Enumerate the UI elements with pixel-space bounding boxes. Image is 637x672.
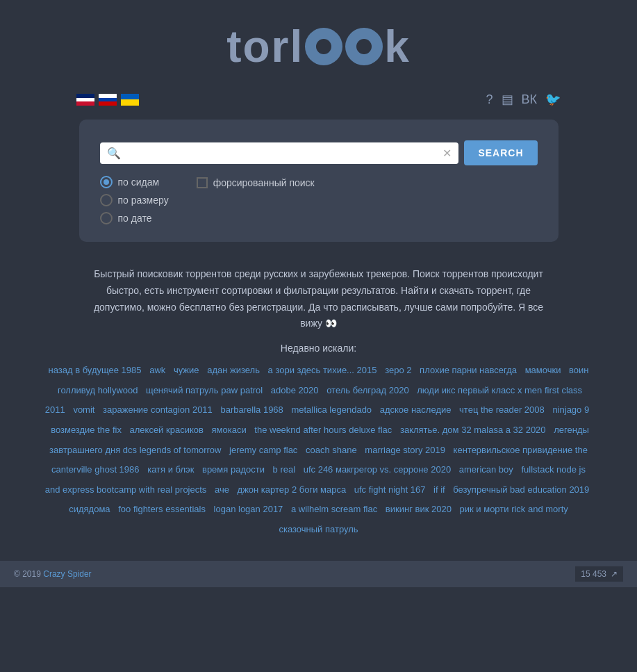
recent-link-item[interactable]: адан жизель [207,365,260,375]
recent-link-item[interactable]: голливуд hollywood [58,385,138,395]
flag-ua[interactable] [121,94,139,106]
flag-uk[interactable] [76,94,94,106]
radio-by-seeds[interactable]: по сидам [100,176,169,188]
recent-link-item[interactable]: заражение contagion 2011 [103,404,213,415]
flag-ru[interactable] [99,94,117,106]
recent-link-item[interactable]: а зори здесь тихие... 2015 [268,365,377,375]
recent-link-item[interactable]: время радости [202,464,265,475]
radio-size-circle [100,194,113,206]
recent-title: Недавно искали: [44,343,593,354]
recent-link-item[interactable]: the weeknd after hours deluxe flac [254,425,392,435]
recent-link-item[interactable]: щенячий патруль paw patrol [146,385,263,395]
menu-icon[interactable]: ▤ [502,92,513,107]
recent-link-item[interactable]: зеро 2 [385,365,411,375]
recent-link-item[interactable]: викинг вик 2020 [386,504,452,514]
radio-date-circle [100,212,113,224]
recent-link-item[interactable]: мамочки [525,365,561,375]
recent-link-item[interactable]: заклятье. дом 32 malasa a 32 2020 [400,425,546,435]
search-row: 🔍 ✕ SEARCH [100,140,538,165]
recent-link-item[interactable]: b real [273,464,296,475]
recent-link-item[interactable]: джон картер 2 боги марса [238,484,347,495]
search-button[interactable]: SEARCH [464,140,537,165]
search-input-wrap: 🔍 ✕ [100,142,459,164]
recent-link-item[interactable]: сидядома [69,504,110,514]
recent-links: назад в будущее 1985 awk чужие адан жизе… [44,361,593,539]
vk-icon[interactable]: ВК [522,92,538,107]
logo-eye-left [305,28,342,65]
recent-link-item[interactable]: jeremy camp flac [229,445,297,455]
recent-link-item[interactable]: coach shane [306,445,357,455]
recent-link-item[interactable]: ninjago 9 [552,404,589,415]
logo-text-before: torl [226,21,304,72]
recent-link-item[interactable]: чтец the reader 2008 [459,404,545,415]
sort-radio-group: по сидам по размеру по дате [100,176,169,224]
recent-link-item[interactable]: адское наследие [380,404,452,415]
recent-link-item[interactable]: алексей красиков [130,425,204,435]
checkbox-box [197,177,208,188]
recent-link-item[interactable]: плохие парни навсегда [420,365,517,375]
recent-link-item[interactable]: adobe 2020 [271,385,319,395]
radio-by-date[interactable]: по дате [100,212,169,224]
clear-icon[interactable]: ✕ [442,147,452,160]
help-icon[interactable]: ? [486,92,493,107]
nav-bar: ? ▤ ВК 🐦 [0,86,637,113]
recent-link-item[interactable]: metallica legendado [291,404,372,415]
recent-link-item[interactable]: рик и морти rick and morty [460,504,568,514]
recent-link-item[interactable]: аче [215,484,229,495]
recent-link-item[interactable]: возмездие the fix [51,425,122,435]
recent-link-item[interactable]: american boy [459,464,513,475]
search-icon: 🔍 [107,147,121,160]
radio-date-label: по дате [118,213,152,224]
recent-link-item[interactable]: foo fighters essentials [118,504,206,514]
radio-seeds-circle [100,176,113,188]
recent-link-item[interactable]: назад в будущее 1985 [49,365,142,375]
radio-seeds-label: по сидам [118,177,160,188]
recent-link-item[interactable]: сказочный патруль [279,524,358,534]
counter-value: 15 453 [581,569,606,579]
options-row: по сидам по размеру по дате форсированны… [100,176,538,224]
footer-counter: 15 453 ↗ [575,566,623,582]
logo-text-after: k [384,21,411,72]
recent-link-item[interactable]: logan logan 2017 [214,504,283,514]
recent-link-item[interactable]: marriage story 2019 [365,445,445,455]
logo-eye-right [345,28,383,65]
description: Быстрый поисковик торрентов среди русски… [83,266,555,332]
header: torl k [0,0,637,86]
recent-link-item[interactable]: barbarella 1968 [220,404,283,415]
recent-link-item[interactable]: ямокаси [212,425,247,435]
search-container: 🔍 ✕ SEARCH по сидам по размеру по дате [79,120,559,242]
counter-arrow: ↗ [611,569,618,579]
radio-size-label: по размеру [118,195,169,206]
footer-copyright: © 2019 Crazy Spider [14,569,92,579]
recent-link-item[interactable]: ufc fight night 167 [354,484,426,495]
nav-icons: ? ▤ ВК 🐦 [486,92,561,107]
recent-link-item[interactable]: отель белград 2020 [326,385,409,395]
recent-link-item[interactable]: a wilhelm scream flac [291,504,377,514]
recent-link-item[interactable]: катя и блэк [147,464,194,475]
footer-link[interactable]: Crazy Spider [43,569,91,579]
recent-link-item[interactable]: vomit [73,404,94,415]
recent-link-item[interactable]: awk [149,365,165,375]
recent-link-item[interactable]: безупречный bad education 2019 [453,484,589,495]
checkbox-label: форсированный поиск [213,177,315,188]
recent-link-item[interactable]: if if [433,484,445,495]
flag-group [76,94,139,106]
recent-link-item[interactable]: воин [569,365,588,375]
forced-search-checkbox[interactable]: форсированный поиск [197,177,315,188]
recent-link-item[interactable]: чужие [174,365,199,375]
twitter-icon[interactable]: 🐦 [545,92,561,107]
logo: torl k [226,21,411,72]
radio-by-size[interactable]: по размеру [100,194,169,206]
search-input[interactable] [126,147,438,159]
recent-link-item[interactable]: ufc 246 макгрегор vs. серроне 2020 [304,464,451,475]
recent-section: Недавно искали: назад в будущее 1985 awk… [24,343,614,539]
footer: © 2019 Crazy Spider 15 453 ↗ [0,561,637,587]
